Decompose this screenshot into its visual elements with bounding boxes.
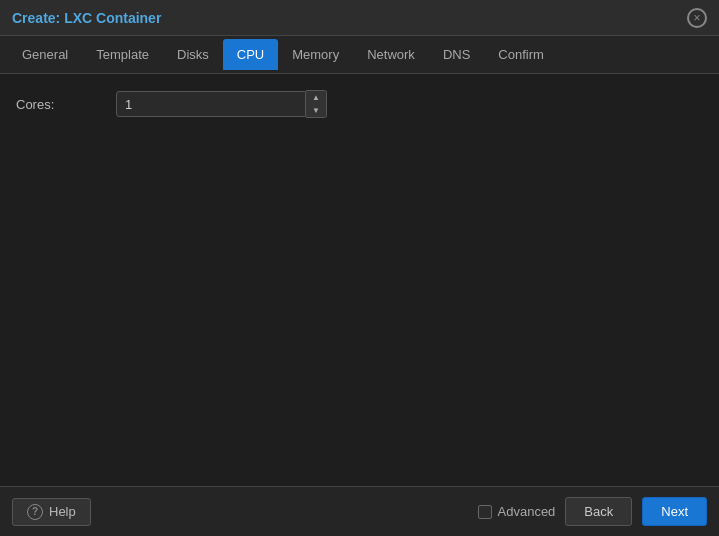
tab-disks[interactable]: Disks	[163, 39, 223, 70]
footer-right: Advanced Back Next	[478, 497, 707, 526]
tab-network[interactable]: Network	[353, 39, 429, 70]
spinner-up-button[interactable]: ▲	[306, 91, 326, 104]
content-area: Cores: ▲ ▼	[0, 74, 719, 486]
close-button[interactable]: ×	[687, 8, 707, 28]
tab-general[interactable]: General	[8, 39, 82, 70]
help-button[interactable]: ? Help	[12, 498, 91, 526]
cores-label: Cores:	[16, 97, 116, 112]
cores-row: Cores: ▲ ▼	[16, 90, 703, 118]
tab-cpu[interactable]: CPU	[223, 39, 278, 70]
title-bar: Create: LXC Container ×	[0, 0, 719, 36]
tab-memory[interactable]: Memory	[278, 39, 353, 70]
tab-bar: General Template Disks CPU Memory Networ…	[0, 36, 719, 74]
tab-dns[interactable]: DNS	[429, 39, 484, 70]
spinner-down-button[interactable]: ▼	[306, 104, 326, 117]
footer-left: ? Help	[12, 498, 91, 526]
tab-template[interactable]: Template	[82, 39, 163, 70]
advanced-text: Advanced	[498, 504, 556, 519]
cores-spinner: ▲ ▼	[116, 90, 327, 118]
advanced-checkbox[interactable]	[478, 505, 492, 519]
cores-input[interactable]	[116, 91, 306, 117]
help-icon: ?	[27, 504, 43, 520]
back-button[interactable]: Back	[565, 497, 632, 526]
advanced-label: Advanced	[478, 504, 556, 519]
tab-confirm[interactable]: Confirm	[484, 39, 558, 70]
dialog-title: Create: LXC Container	[12, 10, 161, 26]
footer: ? Help Advanced Back Next	[0, 486, 719, 536]
spinner-buttons: ▲ ▼	[306, 90, 327, 118]
help-label: Help	[49, 504, 76, 519]
next-button[interactable]: Next	[642, 497, 707, 526]
